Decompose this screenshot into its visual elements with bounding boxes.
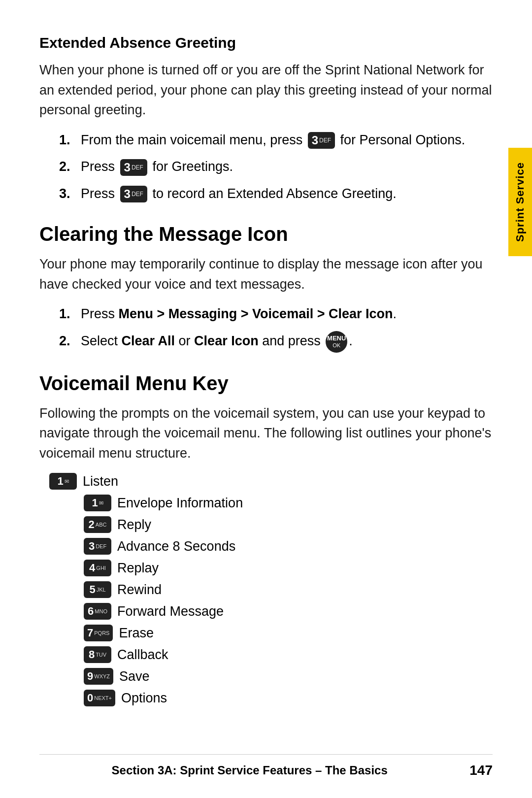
extended-absence-section: Extended Absence Greeting When your phon…	[39, 34, 493, 203]
vm-label-erase: Erase	[119, 626, 154, 641]
vm-label-listen: Listen	[83, 474, 118, 489]
vm-key-3-advance: 3DEF	[84, 538, 111, 555]
voicemail-menu-section: Voicemail Menu Key Following the prompts…	[39, 372, 493, 707]
clear-step-2-text: Select Clear All or Clear Icon and press…	[81, 331, 493, 353]
clear-step-2-num: 2.	[59, 331, 77, 351]
step-1-num: 1.	[59, 130, 77, 150]
vm-sub-item-save: 9WXYZ Save	[84, 668, 493, 685]
menu-ok-badge: MENU OK	[326, 331, 347, 353]
voicemail-menu-list: 1✉ Listen 1✉ Envelope Information 2ABC R…	[49, 473, 493, 706]
vm-key-5-rewind: 5JKL	[84, 581, 111, 598]
vm-key-1-listen: 1✉	[49, 473, 77, 490]
vm-label-save: Save	[119, 669, 150, 684]
extended-absence-title: Extended Absence Greeting	[39, 34, 493, 51]
page-footer: Section 3A: Sprint Service Features – Th…	[39, 754, 493, 778]
side-tab: Sprint Service	[508, 148, 532, 256]
vm-key-6-forward: 6MNO	[84, 603, 111, 620]
vm-item-listen: 1✉ Listen	[49, 473, 493, 490]
vm-key-1-envelope: 1✉	[84, 495, 111, 511]
step-3: 3. Press 3DEF to record an Extended Abse…	[59, 184, 493, 204]
step-3-text: Press 3DEF to record an Extended Absence…	[81, 184, 493, 204]
footer-page-number: 147	[469, 763, 493, 778]
vm-sub-item-envelope: 1✉ Envelope Information	[84, 495, 493, 511]
step-1: 1. From the main voicemail menu, press 3…	[59, 130, 493, 150]
vm-label-reply: Reply	[117, 517, 151, 532]
vm-label-rewind: Rewind	[117, 582, 162, 598]
key-3-def-2: 3DEF	[120, 159, 147, 176]
clearing-message-section: Clearing the Message Icon Your phone may…	[39, 223, 493, 353]
key-3-def-1: 3DEF	[308, 132, 335, 149]
vm-label-callback: Callback	[117, 647, 168, 663]
vm-sub-item-advance: 3DEF Advance 8 Seconds	[84, 538, 493, 555]
vm-sub-item-forward: 6MNO Forward Message	[84, 603, 493, 620]
step-2-num: 2.	[59, 157, 77, 177]
voicemail-menu-title: Voicemail Menu Key	[39, 372, 493, 395]
vm-sub-item-rewind: 5JKL Rewind	[84, 581, 493, 598]
extended-absence-body: When your phone is turned off or you are…	[39, 60, 493, 120]
key-3-def-3: 3DEF	[120, 186, 147, 202]
clear-step-2: 2. Select Clear All or Clear Icon and pr…	[59, 331, 493, 353]
voicemail-menu-body: Following the prompts on the voicemail s…	[39, 403, 493, 464]
page-container: Sprint Service Extended Absence Greeting…	[0, 0, 532, 798]
extended-absence-steps: 1. From the main voicemail menu, press 3…	[59, 130, 493, 204]
vm-sub-item-replay: 4GHI Replay	[84, 560, 493, 576]
step-3-num: 3.	[59, 184, 77, 204]
vm-key-4-replay: 4GHI	[84, 560, 111, 576]
vm-key-7-erase: 7PQRS	[84, 625, 113, 641]
vm-key-8-callback: 8TUV	[84, 646, 111, 663]
step-2-text: Press 3DEF for Greetings.	[81, 157, 493, 177]
vm-key-2-reply: 2ABC	[84, 516, 111, 533]
vm-key-0-options: 0NEXT+	[84, 690, 115, 706]
vm-label-advance: Advance 8 Seconds	[117, 539, 235, 554]
vm-sub-item-callback: 8TUV Callback	[84, 646, 493, 663]
vm-label-envelope: Envelope Information	[117, 496, 243, 511]
clearing-message-title: Clearing the Message Icon	[39, 223, 493, 245]
footer-section-text: Section 3A: Sprint Service Features – Th…	[39, 764, 460, 777]
footer-text-label: Section 3A: Sprint Service Features – Th…	[112, 764, 388, 777]
clearing-message-steps: 1. Press Menu > Messaging > Voicemail > …	[59, 304, 493, 353]
vm-label-options: Options	[121, 691, 167, 706]
step-1-text: From the main voicemail menu, press 3DEF…	[81, 130, 493, 150]
clear-step-1-text: Press Menu > Messaging > Voicemail > Cle…	[81, 304, 493, 324]
vm-sub-item-erase: 7PQRS Erase	[84, 625, 493, 641]
vm-sub-item-reply: 2ABC Reply	[84, 516, 493, 533]
clearing-message-body: Your phone may temporarily continue to d…	[39, 254, 493, 294]
clear-step-1: 1. Press Menu > Messaging > Voicemail > …	[59, 304, 493, 324]
vm-sub-item-options: 0NEXT+ Options	[84, 690, 493, 706]
step-2: 2. Press 3DEF for Greetings.	[59, 157, 493, 177]
vm-key-9-save: 9WXYZ	[84, 668, 113, 685]
clear-step-1-num: 1.	[59, 304, 77, 324]
vm-label-forward: Forward Message	[117, 604, 224, 619]
vm-label-replay: Replay	[117, 561, 159, 576]
side-tab-label: Sprint Service	[514, 162, 527, 242]
